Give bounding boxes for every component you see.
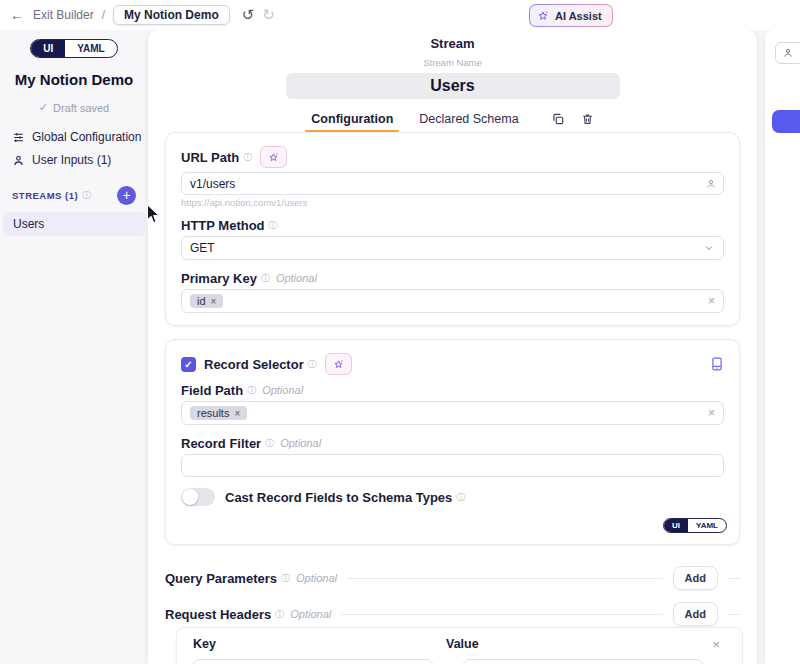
field-path-tag-input[interactable]: results × × <box>181 401 724 425</box>
divider <box>341 614 662 615</box>
request-headers-label: Request Headers <box>165 607 271 622</box>
record-filter-input[interactable] <box>181 454 724 477</box>
docs-icon[interactable] <box>710 356 724 372</box>
exit-builder-link[interactable]: Exit Builder <box>33 8 94 22</box>
check-icon: ✓ <box>39 101 48 114</box>
add-request-header-button[interactable]: Add <box>673 602 718 626</box>
tag-chip-results[interactable]: results × <box>190 406 247 420</box>
ai-suggest-button[interactable] <box>260 146 287 168</box>
draft-status: ✓ Draft saved <box>0 101 148 114</box>
remove-tag-icon[interactable]: × <box>211 296 217 307</box>
back-icon[interactable]: ← <box>10 7 24 23</box>
builder-sidebar: UI YAML My Notion Demo ✓ Draft saved Glo… <box>0 30 148 664</box>
chevron-down-icon <box>703 242 715 254</box>
trash-icon[interactable] <box>581 112 594 126</box>
toggle-ui[interactable]: UI <box>31 40 65 57</box>
url-path-label: URL Path <box>181 150 239 165</box>
url-preview-text: https://api.notion.comv1/users <box>181 197 724 207</box>
tag-chip-id[interactable]: id × <box>190 294 223 308</box>
sidebar-item-stream-users[interactable]: Users <box>3 212 145 236</box>
user-icon <box>12 154 25 167</box>
undo-icon[interactable]: ↺ <box>242 6 255 24</box>
testing-panel <box>765 30 800 664</box>
connector-title: My Notion Demo <box>0 71 148 88</box>
ai-assist-label: AI Assist <box>555 10 602 22</box>
field-path-label: Field Path <box>181 383 243 398</box>
record-selector-ui-yaml-toggle[interactable]: UI YAML <box>663 518 727 533</box>
add-stream-button[interactable]: + <box>117 186 136 205</box>
breadcrumb-separator: / <box>102 8 105 22</box>
info-icon[interactable]: ⓘ <box>82 189 91 202</box>
toggle-yaml[interactable]: YAML <box>688 519 726 532</box>
add-query-parameter-button[interactable]: Add <box>673 566 718 590</box>
primary-key-label: Primary Key <box>181 271 257 286</box>
streams-header: STREAMS (1) <box>12 190 78 201</box>
tab-declared-schema[interactable]: Declared Schema <box>419 112 518 133</box>
optional-label: Optional <box>290 608 331 620</box>
sparkle-star-icon <box>537 10 549 22</box>
ai-suggest-button[interactable] <box>325 353 352 375</box>
query-parameters-label: Query Parameters <box>165 571 277 586</box>
user-icon <box>782 47 794 59</box>
cast-fields-label: Cast Record Fields to Schema Types <box>225 490 452 505</box>
stream-config-panel: Stream Stream Name Users Configuration D… <box>148 30 757 664</box>
optional-label: Optional <box>276 272 317 284</box>
header-value-input[interactable] <box>463 659 703 664</box>
info-icon[interactable]: ⓘ <box>265 437 274 450</box>
optional-label: Optional <box>262 384 303 396</box>
stream-name-input[interactable]: Users <box>286 73 620 99</box>
primary-key-tag-input[interactable]: id × × <box>181 289 724 313</box>
test-stream-button[interactable] <box>772 110 800 133</box>
stream-tabs: Configuration Declared Schema <box>148 112 757 133</box>
info-icon[interactable]: ⓘ <box>269 219 278 232</box>
record-selector-checkbox[interactable]: ✓ <box>181 357 196 372</box>
clear-tags-icon[interactable]: × <box>708 294 715 308</box>
info-icon[interactable]: ⓘ <box>308 358 317 371</box>
key-label: Key <box>193 637 446 651</box>
divider <box>347 578 663 579</box>
clear-tags-icon[interactable]: × <box>708 406 715 420</box>
info-icon[interactable]: ⓘ <box>247 384 256 397</box>
sidebar-item-global-configuration[interactable]: Global Configuration <box>12 130 148 144</box>
optional-label: Optional <box>280 437 321 449</box>
info-icon[interactable]: ⓘ <box>275 608 284 621</box>
info-icon[interactable]: ⓘ <box>261 272 270 285</box>
remove-tag-icon[interactable]: × <box>234 408 240 419</box>
optional-label: Optional <box>296 572 337 584</box>
request-headers-section: Request Headers ⓘ Optional Add <box>165 600 740 628</box>
record-filter-label: Record Filter <box>181 436 261 451</box>
value-label: Value <box>446 637 479 651</box>
top-bar: ← Exit Builder / My Notion Demo ↺ ↻ AI A… <box>0 0 800 30</box>
testing-values-button[interactable] <box>775 42 800 64</box>
http-method-select[interactable]: GET <box>181 236 724 260</box>
toggle-yaml[interactable]: YAML <box>65 40 116 57</box>
sliders-icon <box>12 131 25 144</box>
url-path-input[interactable] <box>181 172 724 195</box>
record-selector-card: ✓ Record Selector ⓘ Field Path ⓘ Optiona… <box>165 339 740 545</box>
info-icon[interactable]: ⓘ <box>243 151 252 164</box>
tab-configuration[interactable]: Configuration <box>311 112 393 133</box>
info-icon[interactable]: ⓘ <box>281 572 290 585</box>
project-name-input[interactable]: My Notion Demo <box>113 5 230 25</box>
request-header-row: Key Value × <box>176 627 743 664</box>
ai-assist-button[interactable]: AI Assist <box>529 4 613 27</box>
info-icon[interactable]: ⓘ <box>456 491 465 504</box>
panel-title: Stream <box>148 36 757 51</box>
header-key-input[interactable] <box>193 659 433 664</box>
request-card: URL Path ⓘ https://api.notion.comv1/user… <box>165 132 740 326</box>
sidebar-item-user-inputs[interactable]: User Inputs (1) <box>12 153 148 167</box>
remove-header-icon[interactable]: × <box>712 637 726 652</box>
cast-fields-toggle[interactable] <box>181 488 215 506</box>
divider <box>728 614 740 615</box>
streams-header-row: STREAMS (1) ⓘ + <box>12 186 136 205</box>
http-method-label: HTTP Method <box>181 218 265 233</box>
toggle-ui[interactable]: UI <box>664 519 688 532</box>
stream-name-label: Stream Name <box>148 57 757 68</box>
divider <box>728 578 740 579</box>
query-parameters-section: Query Parameters ⓘ Optional Add <box>165 564 740 592</box>
ui-yaml-toggle[interactable]: UI YAML <box>30 39 117 58</box>
user-provided-icon[interactable] <box>705 178 717 190</box>
redo-icon[interactable]: ↻ <box>262 6 275 24</box>
record-selector-label: Record Selector <box>204 357 304 372</box>
copy-icon[interactable] <box>551 112 565 126</box>
